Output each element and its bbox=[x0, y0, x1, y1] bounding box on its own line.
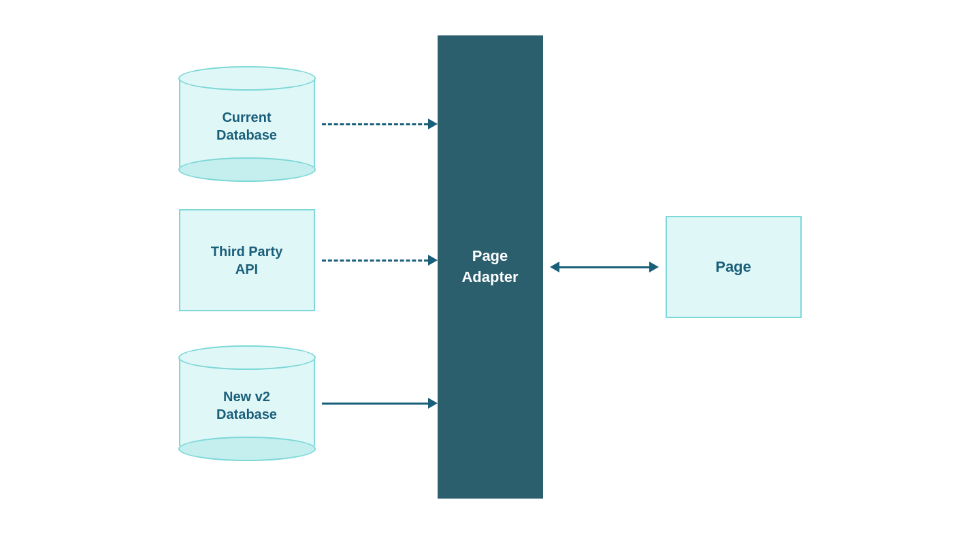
third-party-api-shape: Third Party API bbox=[179, 209, 315, 311]
left-column: Current Database Third Party API bbox=[179, 59, 438, 475]
new-v2-database-shape: New v2 Database bbox=[179, 345, 315, 461]
page-block: Page bbox=[666, 216, 802, 318]
third-party-label: Third Party API bbox=[211, 242, 283, 278]
architecture-diagram: Current Database Third Party API bbox=[0, 0, 980, 534]
new-v2-db-row: New v2 Database bbox=[179, 332, 438, 475]
current-db-label: Current Database bbox=[216, 108, 277, 144]
page-adapter-page-arrow bbox=[550, 262, 659, 272]
third-party-row: Third Party API bbox=[179, 202, 438, 318]
page-adapter-label: Page Adapter bbox=[461, 246, 518, 288]
page-label: Page bbox=[715, 258, 751, 276]
current-database-shape: Current Database bbox=[179, 66, 315, 182]
page-adapter-block: Page Adapter bbox=[438, 35, 543, 499]
new-v2-db-label: New v2 Database bbox=[216, 388, 277, 423]
new-v2-db-arrow bbox=[322, 398, 438, 409]
current-db-arrow bbox=[322, 119, 438, 129]
third-party-arrow bbox=[322, 255, 438, 266]
current-db-row: Current Database bbox=[179, 59, 438, 189]
